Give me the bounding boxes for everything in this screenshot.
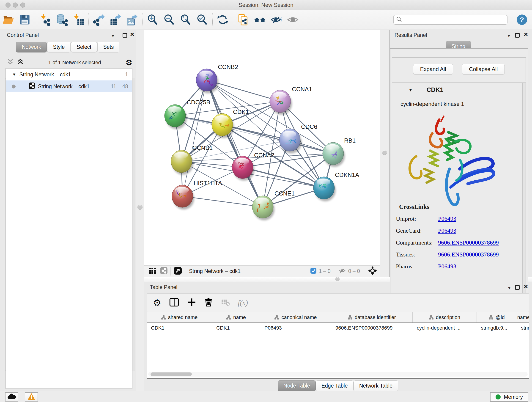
tab-node-table[interactable]: Node Table bbox=[278, 380, 316, 391]
zoom-out-icon[interactable] bbox=[161, 12, 177, 27]
export-network-icon[interactable] bbox=[91, 12, 107, 27]
table-cell: CDK1 bbox=[147, 325, 212, 331]
node-CCNB2[interactable] bbox=[196, 69, 218, 93]
table-h-scrollbar[interactable] bbox=[148, 372, 528, 376]
cloud-status-button[interactable] bbox=[5, 392, 18, 402]
expanded-triangle-icon[interactable]: ▼ bbox=[408, 87, 413, 93]
results-scrollbar[interactable] bbox=[522, 83, 526, 303]
node-CCNE1[interactable] bbox=[252, 196, 274, 220]
node-RB1[interactable] bbox=[323, 142, 345, 167]
copy-network-icon[interactable] bbox=[235, 12, 252, 27]
edge-CCNB2-HIST1H1A[interactable] bbox=[182, 80, 207, 196]
memory-button[interactable]: Memory bbox=[490, 392, 528, 402]
warning-status-button[interactable] bbox=[25, 392, 38, 402]
splitter-grip[interactable] bbox=[138, 205, 143, 210]
gene-description: cyclin-dependent kinase 1 bbox=[392, 97, 526, 107]
column-header-name[interactable]: name bbox=[212, 313, 260, 322]
crosslink-link[interactable]: P06493 bbox=[438, 263, 456, 270]
edge-HIST1H1A-CCNE1[interactable] bbox=[182, 196, 263, 207]
node-result-section: ▼ CDK1 cyclin-dependent kinase 1 bbox=[392, 83, 526, 303]
refresh-view-icon[interactable] bbox=[215, 12, 231, 27]
tab-select[interactable]: Select bbox=[71, 42, 97, 52]
save-session-icon[interactable] bbox=[17, 12, 33, 27]
collapse-panel-icon[interactable]: ▾ bbox=[112, 33, 114, 38]
collapse-all-button[interactable]: Collapse All bbox=[462, 64, 505, 75]
table-gear-icon[interactable]: ⚙ bbox=[153, 298, 161, 307]
column-type-icon bbox=[274, 315, 279, 320]
column-header-@id[interactable]: @id bbox=[477, 313, 517, 322]
close-panel-icon[interactable]: × bbox=[130, 32, 134, 37]
expanded-triangle-icon[interactable]: ▼ bbox=[12, 72, 16, 77]
table-row[interactable]: CDK1CDK1P064939606.ENSP00000378699cyclin… bbox=[147, 323, 529, 333]
network-canvas[interactable]: CCNB2CCNA1CDC25BCDK1CDC6RB1CCNB1CCNA2CDK… bbox=[144, 30, 380, 265]
column-header-shared-name[interactable]: shared name bbox=[147, 313, 212, 322]
tab-network-table[interactable]: Network Table bbox=[354, 380, 398, 391]
node-CCNA1[interactable] bbox=[270, 90, 292, 115]
collapse-all-chevrons-icon[interactable] bbox=[17, 58, 24, 67]
crosslink-link[interactable]: 9606.ENSP00000378699 bbox=[438, 239, 499, 246]
float-panel-icon[interactable] bbox=[123, 33, 127, 38]
node-CDK1[interactable] bbox=[212, 114, 234, 138]
network-collection-row[interactable]: ▼ String Network – cdk1 1 bbox=[6, 69, 132, 80]
home-icon[interactable] bbox=[252, 12, 268, 27]
delete-column-trash-icon[interactable] bbox=[204, 298, 213, 308]
close-panel-icon[interactable]: × bbox=[524, 284, 528, 289]
column-header-description[interactable]: description bbox=[413, 313, 477, 322]
crosslink-link[interactable]: 9606.ENSP00000378699 bbox=[438, 251, 499, 258]
divider bbox=[171, 267, 171, 275]
section-header[interactable]: ▼ CDK1 bbox=[392, 83, 526, 97]
crosslink-link[interactable]: P06493 bbox=[438, 227, 456, 234]
float-panel-icon[interactable] bbox=[515, 33, 520, 38]
expand-all-button[interactable]: Expand All bbox=[413, 64, 453, 75]
birds-eye-view-icon[interactable] bbox=[173, 266, 182, 276]
column-header-database-identifier[interactable]: database identifier bbox=[331, 313, 413, 322]
import-network-file-icon[interactable] bbox=[37, 12, 54, 27]
splitter-grip[interactable] bbox=[382, 150, 387, 155]
left-splitter[interactable] bbox=[136, 30, 144, 391]
grid-view-icon[interactable] bbox=[148, 267, 156, 276]
help-button[interactable]: ? bbox=[516, 14, 528, 27]
collapse-panel-icon[interactable]: ▾ bbox=[508, 33, 510, 38]
edge-CCNB2-CCNE1[interactable] bbox=[207, 80, 263, 207]
float-panel-icon[interactable] bbox=[515, 285, 520, 290]
gear-icon[interactable]: ⚙ bbox=[126, 59, 133, 66]
table-cell: P06493 bbox=[260, 325, 331, 331]
search-input[interactable] bbox=[404, 17, 503, 23]
right-splitter[interactable] bbox=[380, 30, 389, 282]
import-network-database-icon[interactable] bbox=[54, 12, 70, 27]
network-row[interactable]: String Network – cdk1 11 48 bbox=[6, 80, 132, 92]
tab-sets[interactable]: Sets bbox=[97, 42, 119, 52]
add-column-icon[interactable] bbox=[187, 298, 196, 308]
splitter-grip[interactable] bbox=[336, 277, 340, 281]
zoom-fit-content-icon[interactable] bbox=[177, 12, 194, 27]
export-table-icon[interactable] bbox=[107, 12, 124, 27]
expand-all-chevrons-icon[interactable] bbox=[7, 58, 14, 67]
node-HIST1H1A[interactable] bbox=[172, 185, 194, 210]
pan-crosshair-icon[interactable] bbox=[368, 266, 377, 277]
node-CDC25B[interactable] bbox=[165, 104, 187, 129]
node-CCNA2[interactable] bbox=[232, 156, 254, 181]
show-all-eye-icon[interactable] bbox=[285, 12, 301, 27]
close-panel-icon[interactable]: × bbox=[524, 32, 528, 37]
tab-style[interactable]: Style bbox=[47, 42, 70, 52]
crosslink-link[interactable]: P06493 bbox=[438, 216, 456, 222]
collapse-panel-icon[interactable]: ▾ bbox=[508, 285, 510, 291]
export-image-icon[interactable] bbox=[124, 12, 140, 27]
hide-selected-eye-slash-icon[interactable] bbox=[268, 12, 285, 27]
string-network-gray-icon[interactable] bbox=[160, 267, 168, 276]
column-header-canonical-name[interactable]: canonical name bbox=[260, 313, 331, 322]
tab-edge-table[interactable]: Edge Table bbox=[316, 380, 354, 391]
show-columns-icon[interactable] bbox=[169, 297, 179, 308]
selected-checkbox-icon[interactable] bbox=[310, 268, 317, 275]
node-CDKN1A[interactable] bbox=[313, 177, 336, 201]
zoom-selected-icon[interactable] bbox=[194, 12, 210, 27]
open-file-icon[interactable] bbox=[0, 12, 17, 27]
search-box[interactable] bbox=[393, 15, 507, 25]
zoom-in-icon[interactable] bbox=[144, 12, 161, 27]
results-panel: Results Panel ▾ × String Expand All Coll… bbox=[389, 30, 532, 282]
column-header-namespace[interactable]: namespace bbox=[517, 313, 529, 322]
import-table-file-icon[interactable] bbox=[70, 12, 87, 27]
tab-network[interactable]: Network bbox=[16, 42, 47, 52]
network-view-toolbar: String Network – cdk1 1 – 0 0 – 0 bbox=[144, 265, 380, 277]
scrollbar-thumb[interactable] bbox=[151, 372, 192, 376]
